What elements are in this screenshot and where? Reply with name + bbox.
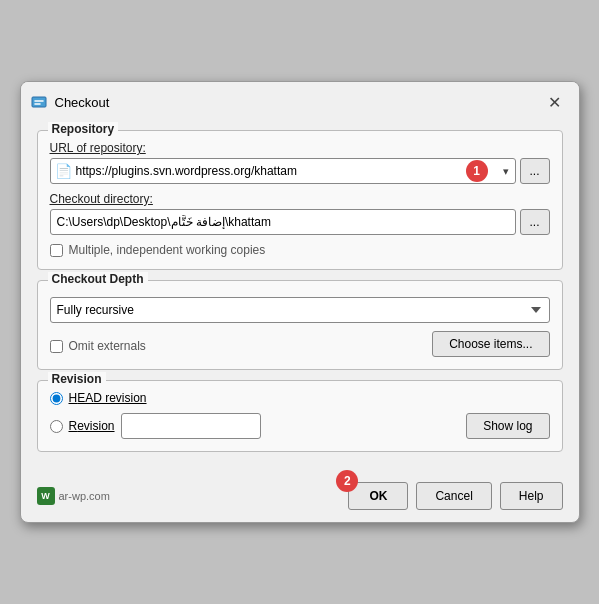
revision-number-row: Revision Show log (50, 413, 550, 439)
head-rest: EAD revision (77, 391, 146, 405)
dialog-footer: W ar-wp.com 2 OK Cancel Help (21, 474, 579, 522)
omit-externals-row: Omit externals (50, 339, 146, 353)
multiple-copies-label[interactable]: Multiple, independent working copies (69, 243, 266, 257)
revision-section-title: Revision (48, 372, 106, 386)
revision-number-input[interactable] (121, 413, 261, 439)
watermark-icon: W (37, 487, 55, 505)
footer-left: W ar-wp.com (37, 487, 341, 505)
url-input[interactable] (76, 164, 501, 178)
checkout-depth-section: Checkout Depth Fully recursive Immediate… (37, 280, 563, 370)
head-underline: H (69, 391, 78, 405)
svg-rect-0 (32, 97, 46, 107)
url-container: 📄 ▾ 1 (50, 158, 516, 184)
dialog-title: Checkout (55, 95, 535, 110)
repository-section-title: Repository (48, 122, 119, 136)
dialog-body: Repository URL of repository: 📄 ▾ 1 ... … (21, 120, 579, 474)
ok-wrapper: 2 OK (348, 482, 408, 510)
watermark-text: ar-wp.com (59, 490, 110, 502)
watermark: W ar-wp.com (37, 487, 110, 505)
browse-dir-button[interactable]: ... (520, 209, 550, 235)
title-bar: Checkout ✕ (21, 82, 579, 120)
checkout-dialog: Checkout ✕ Repository URL of repository:… (20, 81, 580, 523)
dialog-icon (31, 94, 47, 110)
multiple-copies-row: Multiple, independent working copies (50, 243, 550, 257)
multiple-copies-checkbox[interactable] (50, 244, 63, 257)
checkout-dir-row: ... (50, 209, 550, 235)
close-button[interactable]: ✕ (543, 90, 567, 114)
url-label: URL of repository: (50, 141, 550, 155)
help-button[interactable]: Help (500, 482, 563, 510)
ok-button[interactable]: OK (348, 482, 408, 510)
checkout-dir-input[interactable] (50, 209, 516, 235)
choose-items-button[interactable]: Choose items... (432, 331, 549, 357)
checkout-dir-label-text: Checkout directory: (50, 192, 153, 206)
head-revision-row: HEAD revision (50, 391, 550, 405)
depth-select-row: Fully recursive Immediate children Only … (50, 297, 550, 323)
url-input-wrapper[interactable]: 📄 ▾ (50, 158, 516, 184)
url-label-text: URL of repository: (50, 141, 146, 155)
document-icon: 📄 (55, 163, 72, 179)
head-revision-label[interactable]: HEAD revision (69, 391, 147, 405)
checkout-dir-label: Checkout directory: (50, 192, 550, 206)
browse-url-button[interactable]: ... (520, 158, 550, 184)
depth-select[interactable]: Fully recursive Immediate children Only … (50, 297, 550, 323)
url-input-row: 📄 ▾ 1 ... (50, 158, 550, 184)
url-dropdown-arrow[interactable]: ▾ (501, 165, 511, 178)
revision-radio[interactable] (50, 420, 63, 433)
revision-section: Revision HEAD revision Revision Show log (37, 380, 563, 452)
revision-underline: R (69, 419, 78, 433)
cancel-button[interactable]: Cancel (416, 482, 491, 510)
revision-radio-label[interactable]: Revision (69, 419, 115, 433)
repository-section: Repository URL of repository: 📄 ▾ 1 ... … (37, 130, 563, 270)
omit-choose-row: Omit externals Choose items... (50, 331, 550, 357)
revision-rest: evision (77, 419, 114, 433)
checkout-depth-title: Checkout Depth (48, 272, 148, 286)
omit-externals-label[interactable]: Omit externals (69, 339, 146, 353)
show-log-button[interactable]: Show log (466, 413, 549, 439)
head-revision-radio[interactable] (50, 392, 63, 405)
omit-externals-checkbox[interactable] (50, 340, 63, 353)
